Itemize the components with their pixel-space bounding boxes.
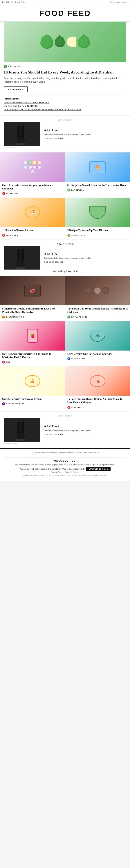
article-thumb-5	[65, 276, 130, 305]
subscribe-button[interactable]: Subscribe here	[86, 467, 110, 471]
article-card-2[interactable]: 🍜 12 Favorite Chinese Recipes F FOOD & W…	[0, 198, 65, 239]
ad-text-content-final: ALOHAS On-demand shopping stops overprod…	[44, 425, 126, 435]
toaster-decor: 🔥	[89, 161, 106, 173]
cookie-2	[28, 160, 32, 164]
article-info-3: 5 Recipes To Warm Up Your Kitchen S SPRU…	[65, 227, 130, 239]
ad-powered-by-1: Powered by LiveIntent	[4, 147, 126, 149]
ad-label-1: Advertisement	[4, 119, 126, 121]
article-card-0[interactable]: Our 10 Favorite Italian Recipes From Non…	[0, 152, 65, 197]
read-more-button[interactable]: READ MORE	[4, 87, 28, 92]
ad-content-1: ALOHAS On-demand shopping stops overprod…	[4, 122, 126, 146]
unsubscribe-section: Unsubscribe You are receiving this email…	[4, 457, 126, 471]
article-source-7: S SERIOUS EATS	[68, 357, 128, 360]
cookie-7	[33, 165, 37, 169]
article-info-1: 6 Things You Should Never Put In Your To…	[65, 182, 130, 194]
footer-address: Dotdash Meredith, 225 Liberty St., 4th F…	[4, 474, 126, 477]
salmon-bowl-decor: 🐟	[90, 330, 105, 342]
article-source-name-8: MARTHA STEWART	[6, 403, 24, 405]
svg-rect-17	[20, 439, 25, 441]
article-source-4: S SOUTHERN LIVING	[2, 315, 63, 318]
article-card-8[interactable]: 🍰 Our 25 Favorite Cheesecake Recipes M M…	[0, 366, 65, 411]
chinese-plate-decor: 🍜	[25, 206, 40, 218]
fashion-legs-svg	[15, 126, 29, 146]
svg-rect-2	[17, 137, 21, 144]
article-title-1: 6 Things You Should Never Put In Your To…	[68, 184, 128, 187]
ad-description-final: On-demand shopping stops overproduction …	[44, 429, 126, 432]
article-source-name-1: EATINGWELL	[71, 189, 84, 191]
article-title-2: 12 Favorite Chinese Recipes	[2, 229, 63, 232]
article-thumb-1: 🔥	[65, 152, 130, 182]
article-source-name-9: REAL SIMPLE	[71, 406, 84, 408]
article-thumb-6: 🍓	[0, 321, 65, 350]
article-card-1[interactable]: 🔥 6 Things You Should Never Put In Your …	[65, 152, 130, 197]
article-info-8: Our 25 Favorite Cheesecake Recipes M MAR…	[0, 396, 65, 408]
apple-3	[78, 35, 90, 48]
article-source-name-0: ALLRECIPES	[6, 193, 18, 194]
article-info-2: 12 Favorite Chinese Recipes F FOOD & WIN…	[0, 227, 65, 239]
top-right-link[interactable]: See Atrantico Magazine	[110, 1, 128, 3]
article-source-9: R REAL SIMPLE	[68, 406, 128, 409]
apple-2	[55, 36, 65, 47]
hero-source-tag: E EATINGWELL	[4, 65, 126, 68]
fashion-legs-svg-final	[15, 422, 29, 442]
article-info-5: The 9 Best Girl Scout Cookies Ranked, Ac…	[65, 305, 130, 321]
article-card-7[interactable]: 🐟 Easy, Creamy One-Pot Salmon Chowder S …	[65, 321, 130, 366]
related-link-2[interactable]: The Best Fruit For Your Gut Health	[4, 105, 126, 107]
footer-links: Privacy Policy | Terms of Service	[4, 471, 126, 473]
fashion-legs-svg-mid	[15, 249, 29, 270]
article-thumb-9: 🍗	[65, 366, 130, 396]
svg-rect-6	[18, 249, 20, 262]
privacy-policy-link[interactable]: Privacy Policy	[51, 471, 62, 473]
cookie-5	[24, 165, 28, 169]
gs-cookie-3	[102, 287, 109, 294]
strawberry-jar-decor: 🍓	[27, 329, 38, 343]
article-source-6: B BHG	[2, 361, 63, 364]
article-card-9[interactable]: 🍗 15 Easy Chicken Breast Recipes You Can…	[65, 366, 130, 411]
article-card-5[interactable]: The 9 Best Girl Scout Cookies Ranked, Ac…	[65, 276, 130, 321]
ad-label-final: Advertisement	[4, 415, 126, 417]
article-thumb-4: 🥩	[0, 276, 65, 305]
chicken-plate-decor: 🍗	[90, 375, 105, 387]
article-source-name-6: BHG	[6, 361, 10, 363]
article-title-3: 5 Recipes To Warm Up Your Kitchen	[68, 229, 128, 232]
article-source-1: E EATINGWELL	[68, 189, 128, 191]
ad-content-final: ALOHAS On-demand shopping stops overprod…	[4, 418, 126, 442]
ad-cta-1[interactable]: GET UP TO 30% OFF	[44, 137, 126, 139]
article-card-4[interactable]: 🥩 5-Ingredient Ground Beef Dinners So Ea…	[0, 276, 65, 321]
source-icon-0: A	[2, 192, 5, 195]
top-bar: Foods That Benefit Your Body See Atranti…	[0, 0, 130, 4]
hero-section: E EATINGWELL 10 Fruits You Should Eat Ev…	[0, 22, 130, 116]
subscribe-prompt-text: You are currently subscribed to this new…	[20, 468, 85, 470]
article-info-4: 5-Ingredient Ground Beef Dinners So Easy…	[0, 305, 65, 321]
source-icon-3: S	[68, 234, 70, 237]
ad-description-mid: On-demand shopping stops overproduction …	[44, 257, 126, 259]
hero-image	[4, 22, 126, 62]
article-source-name-7: SERIOUS EATS	[71, 358, 85, 360]
article-grid-2: 🥩 5-Ingredient Ground Beef Dinners So Ea…	[0, 276, 130, 411]
ad-cta-final[interactable]: GET UP TO 30% OFF	[44, 433, 126, 435]
svg-rect-8	[17, 261, 21, 268]
article-thumb-8: 🍰	[0, 366, 65, 396]
source-icon-8: M	[2, 402, 5, 405]
related-link-3[interactable]: I'm A Dietitian—This Is The One Fruit I …	[4, 108, 126, 111]
article-source-0: A ALLRECIPES	[2, 192, 63, 195]
ad-content-mid: ALOHAS On-demand shopping stops overprod…	[4, 246, 126, 270]
related-link-1[interactable]: Dried vs. Fresh Fruit: Which One Is Heal…	[4, 101, 126, 104]
svg-rect-9	[21, 261, 25, 268]
article-card-3[interactable]: 5 Recipes To Warm Up Your Kitchen S SPRU…	[65, 198, 130, 239]
svg-rect-15	[21, 434, 25, 440]
ad-brand-mid: ALOHAS	[44, 252, 126, 256]
terms-link[interactable]: Terms of Service	[66, 471, 79, 473]
top-left-link[interactable]: Foods That Benefit Your Body	[2, 1, 25, 3]
cheesecake-plate-decor: 🍰	[25, 375, 40, 387]
article-info-7: Easy, Creamy One-Pot Salmon Chowder S SE…	[65, 350, 130, 363]
cookie-9	[30, 170, 34, 174]
article-source-2: F FOOD & WINE	[2, 234, 63, 237]
ad-fashion-image-mid	[4, 246, 41, 270]
cookie-3	[33, 160, 37, 164]
source-icon-7: S	[68, 357, 70, 360]
svg-rect-0	[18, 126, 20, 138]
article-card-6[interactable]: 🍓 How To Store Strawberries In The Fridg…	[0, 321, 65, 366]
article-title-9: 15 Easy Chicken Breast Recipes You Can M…	[68, 398, 128, 404]
ad-cta-mid[interactable]: GET UP TO 30% OFF	[44, 261, 126, 263]
